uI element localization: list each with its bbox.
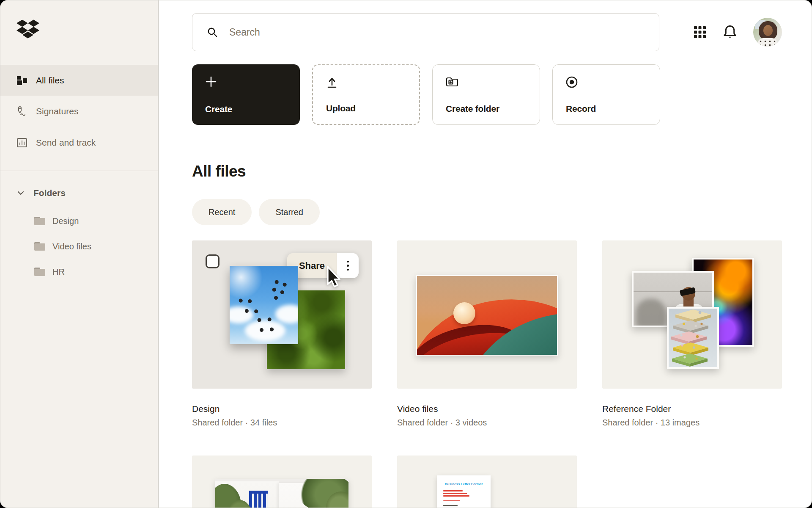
folder-card-meta: Shared folder · 3 videos [397, 418, 577, 428]
folder-card-design[interactable]: Share Design Shared folder · 34 files [192, 240, 372, 428]
main-content: Create Upload [159, 0, 812, 508]
folder-card-meta: Shared folder · 34 files [192, 418, 372, 428]
notifications-button[interactable] [723, 25, 737, 40]
sidebar-item-label: Signatures [36, 106, 78, 116]
record-icon [565, 76, 578, 88]
avatar-clothing [757, 38, 778, 47]
bell-icon [723, 25, 737, 40]
create-folder-button[interactable]: Create folder [432, 64, 540, 125]
folder-card-thumbnail[interactable]: Share [192, 240, 372, 389]
sidebar-item-send-and-track[interactable]: Send and track [0, 127, 158, 158]
apps-grid-icon [693, 25, 707, 39]
dice-sky-image [230, 266, 298, 344]
plus-icon [205, 75, 217, 88]
folder-card-meta: Shared folder · 13 images [602, 418, 782, 428]
folder-icon [34, 268, 45, 276]
folder-label: Video files [52, 242, 91, 251]
quick-actions: Create Upload [192, 64, 812, 125]
chevron-down-icon [16, 189, 25, 197]
filter-chips: Recent Starred [192, 199, 812, 225]
folder-card-thumbnail[interactable] [602, 240, 782, 389]
folder-card-thumbnail[interactable] [192, 456, 372, 508]
folder-card-video-files[interactable]: Video files Shared folder · 3 videos [397, 240, 577, 428]
record-button-label: Record [566, 104, 596, 114]
folders-header-label: Folders [33, 188, 66, 198]
create-button[interactable]: Create [192, 64, 300, 125]
folder-card-name[interactable]: Video files [397, 404, 577, 414]
search-input[interactable] [228, 26, 659, 39]
create-button-label: Create [205, 104, 232, 114]
dropbox-app-window: All files Signatures [0, 0, 812, 508]
folder-label: Design [52, 216, 79, 226]
search-icon [207, 27, 218, 38]
sidebar-item-label: Send and track [36, 138, 96, 148]
create-folder-button-label: Create folder [446, 104, 499, 114]
filter-chip-starred[interactable]: Starred [259, 199, 320, 225]
signature-pen-icon [16, 106, 27, 117]
folder-icon [34, 217, 45, 225]
search-bar[interactable] [192, 13, 659, 51]
user-avatar[interactable] [753, 18, 782, 47]
abstract-waves-image [416, 275, 558, 356]
folder-card-name[interactable]: Reference Folder [602, 404, 782, 414]
sidebar-folder-design[interactable]: Design [0, 208, 158, 234]
upload-button-label: Upload [326, 103, 356, 113]
santorini-photo [215, 479, 348, 508]
vertical-ellipsis-icon [347, 261, 349, 263]
mouse-cursor [326, 266, 345, 289]
sidebar-nav: All files Signatures [0, 65, 158, 158]
sidebar-folder-video-files[interactable]: Video files [0, 234, 158, 259]
sidebar-item-signatures[interactable]: Signatures [0, 96, 158, 127]
sidebar: All files Signatures [0, 0, 159, 508]
dropbox-logo[interactable] [16, 19, 39, 40]
folder-icon [34, 242, 45, 251]
page-title: All files [192, 163, 812, 180]
business-letter-document: Business Letter Format [437, 475, 491, 508]
record-button[interactable]: Record [552, 64, 660, 125]
sidebar-divider [0, 171, 158, 171]
folder-card-thumbnail[interactable]: Business Letter Format [397, 456, 577, 508]
topbar [192, 13, 812, 51]
sidebar-item-all-files[interactable]: All files [0, 65, 158, 96]
folders-section-toggle[interactable]: Folders [0, 177, 158, 208]
dropbox-logo-icon [16, 19, 39, 40]
bar-chart-icon [16, 138, 27, 148]
apps-grid-button[interactable] [693, 25, 707, 39]
folder-card-reference[interactable]: Reference Folder Shared folder · 13 imag… [602, 240, 782, 428]
select-checkbox[interactable] [206, 254, 219, 268]
folder-plus-icon [445, 76, 459, 88]
upload-icon [326, 76, 338, 89]
folder-card-name[interactable]: Design [192, 404, 372, 414]
folder-card-thumbnail[interactable] [397, 240, 577, 389]
topbar-icons [693, 18, 782, 47]
document-title: Business Letter Format [437, 482, 491, 486]
upload-button[interactable]: Upload [312, 64, 420, 125]
isometric-layers-image [667, 307, 719, 369]
sidebar-item-label: All files [36, 75, 64, 86]
sidebar-folder-hr[interactable]: HR [0, 259, 158, 284]
filter-chip-recent[interactable]: Recent [192, 199, 252, 225]
folder-card-partial-2[interactable]: Business Letter Format [397, 456, 577, 508]
files-grid: Share Design Shared folder · 34 files [192, 240, 812, 508]
all-files-icon [16, 75, 27, 86]
folder-card-partial-1[interactable] [192, 456, 372, 508]
folder-label: HR [52, 267, 65, 277]
avatar-face [763, 25, 773, 36]
